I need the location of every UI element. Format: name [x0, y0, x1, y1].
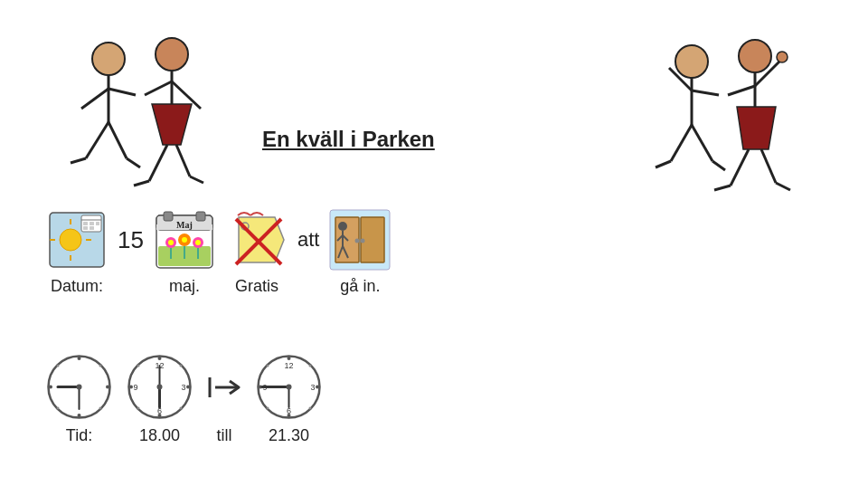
svg-point-84 — [99, 365, 102, 367]
svg-line-4 — [86, 122, 108, 158]
svg-line-14 — [176, 145, 190, 176]
svg-point-79 — [78, 357, 81, 360]
end-time-label: 21.30 — [269, 426, 309, 445]
dancing-figures-icon — [633, 27, 814, 208]
time-row: Tid: 12 3 6 9 — [45, 353, 323, 445]
svg-point-96 — [180, 365, 183, 367]
svg-rect-44 — [90, 222, 94, 225]
till-label: till — [217, 426, 232, 445]
svg-line-16 — [190, 176, 203, 183]
svg-line-24 — [712, 161, 725, 170]
end-time-clock-wrapper: 12 3 6 9 21.30 — [255, 353, 323, 445]
svg-point-109 — [288, 357, 291, 360]
go-in-label: gå in. — [340, 277, 380, 296]
svg-rect-43 — [83, 222, 88, 225]
entrance-icon-wrapper: gå in. — [328, 208, 392, 296]
walking-figures-icon — [54, 27, 235, 199]
svg-point-91 — [158, 357, 162, 360]
page: En kväll i Parken — [0, 0, 868, 486]
svg-rect-45 — [96, 222, 99, 225]
date-number-wrapper: 15 x — [118, 208, 144, 296]
svg-point-114 — [309, 365, 312, 367]
svg-line-33 — [714, 186, 731, 190]
att-wrapper: att x — [297, 208, 319, 296]
svg-point-82 — [106, 386, 109, 389]
svg-point-8 — [156, 38, 188, 71]
end-clock-icon: 12 3 6 9 — [255, 353, 323, 421]
svg-line-15 — [134, 181, 149, 186]
svg-text:Maj: Maj — [176, 220, 193, 230]
info-row: Datum: 15 x Maj — [45, 208, 392, 296]
start-clock-icon: 12 3 6 9 — [126, 353, 193, 421]
svg-point-94 — [186, 386, 190, 389]
svg-point-80 — [78, 414, 81, 417]
svg-point-123 — [287, 385, 292, 390]
svg-point-17 — [675, 45, 708, 78]
date-number: 15 — [118, 226, 144, 254]
svg-point-83 — [57, 365, 60, 367]
svg-point-59 — [182, 237, 187, 243]
svg-text:9: 9 — [133, 383, 137, 392]
start-time-label: 18.00 — [139, 426, 180, 445]
svg-point-86 — [99, 407, 102, 410]
svg-rect-51 — [164, 212, 173, 221]
svg-line-31 — [731, 149, 749, 186]
svg-point-81 — [49, 386, 52, 389]
svg-point-30 — [777, 52, 788, 62]
svg-point-0 — [92, 43, 125, 75]
gratis-label: Gratis — [235, 277, 278, 296]
gratis-icon-wrapper: Gratis — [225, 208, 288, 296]
gratis-price-tag-icon — [225, 208, 288, 272]
arrow-right-wrapper: till — [206, 353, 242, 445]
svg-line-32 — [761, 149, 776, 183]
svg-text:3: 3 — [181, 383, 185, 392]
svg-point-113 — [267, 365, 269, 367]
svg-marker-10 — [152, 104, 192, 145]
svg-line-34 — [776, 183, 790, 190]
svg-rect-52 — [196, 212, 205, 221]
att-text: att — [297, 228, 319, 252]
svg-line-2 — [81, 89, 108, 109]
svg-line-3 — [108, 89, 136, 95]
tid-clock-icon — [45, 353, 113, 421]
svg-point-56 — [168, 240, 174, 245]
date-icon-wrapper: Datum: — [45, 208, 108, 296]
svg-line-13 — [149, 145, 167, 181]
svg-point-72 — [338, 222, 347, 231]
svg-line-28 — [728, 86, 755, 95]
svg-point-112 — [316, 386, 319, 389]
svg-point-116 — [309, 407, 312, 410]
svg-point-98 — [180, 407, 183, 410]
start-time-clock-wrapper: 12 3 6 9 18.00 — [126, 353, 193, 445]
svg-point-36 — [60, 229, 81, 251]
arrow-right-icon — [206, 374, 242, 401]
svg-point-89 — [77, 385, 82, 390]
svg-point-97 — [137, 407, 140, 410]
month-label: maj. — [169, 277, 200, 296]
svg-text:12: 12 — [284, 361, 293, 370]
svg-point-25 — [739, 40, 771, 72]
datum-label: Datum: — [51, 277, 103, 296]
svg-line-5 — [108, 122, 127, 158]
svg-line-23 — [656, 161, 671, 167]
may-calendar-icon-wrapper: Maj maj. — [153, 208, 216, 296]
svg-point-62 — [195, 240, 201, 245]
svg-point-71 — [361, 239, 365, 243]
svg-rect-46 — [83, 226, 88, 230]
svg-line-7 — [127, 158, 140, 167]
may-calendar-icon: Maj — [153, 208, 216, 272]
svg-rect-47 — [90, 226, 94, 230]
svg-point-93 — [129, 386, 133, 389]
page-title: En kväll i Parken — [262, 127, 435, 152]
tid-label: Tid: — [66, 426, 92, 445]
entrance-door-icon — [328, 208, 392, 272]
svg-line-6 — [71, 158, 86, 163]
svg-marker-27 — [737, 107, 776, 149]
svg-line-11 — [145, 81, 172, 95]
svg-point-85 — [57, 407, 60, 410]
tid-clock-wrapper: Tid: — [45, 353, 113, 445]
svg-line-21 — [671, 125, 692, 161]
svg-point-115 — [267, 407, 269, 410]
svg-point-95 — [137, 365, 140, 367]
svg-line-20 — [692, 91, 719, 95]
